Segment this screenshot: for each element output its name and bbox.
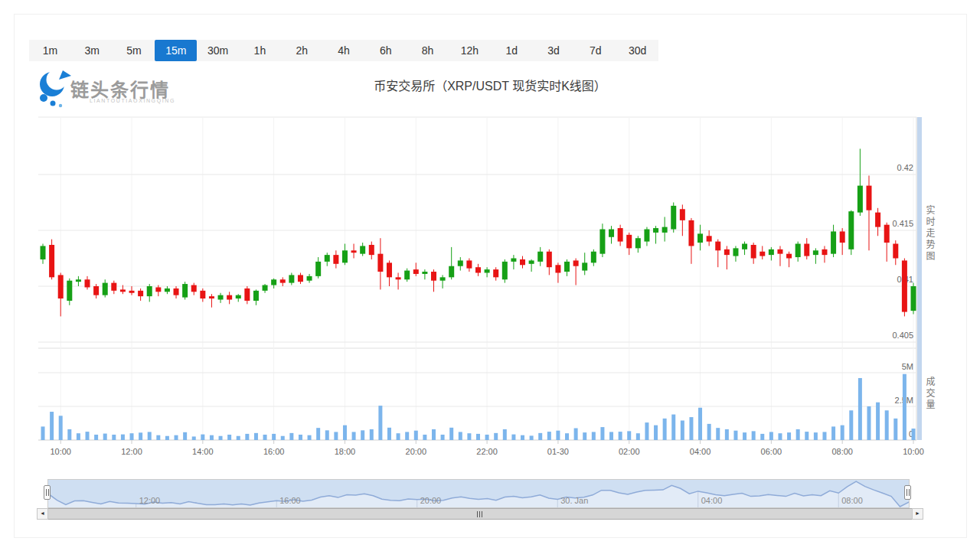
svg-text:20:00: 20:00 (420, 496, 442, 505)
plot-area: 10:0012:0014:0016:0018:0020:0022:0001-30… (38, 117, 924, 456)
kline-chart[interactable]: 10:0012:0014:0016:0018:0020:0022:0001-30… (0, 0, 980, 551)
svg-text:02:00: 02:00 (619, 447, 640, 456)
svg-text:0.415: 0.415 (892, 219, 913, 228)
svg-text:0.405: 0.405 (892, 331, 913, 340)
scrollbar-grip-icon (477, 511, 482, 517)
svg-text:12:00: 12:00 (139, 496, 161, 505)
scrollbar-right-arrow-icon[interactable]: ► (912, 508, 923, 520)
svg-text:5M: 5M (902, 362, 913, 371)
scrollbar-thumb[interactable] (47, 508, 913, 520)
navigator[interactable]: 12:0016:0020:0030. Jan04:0008:00 (47, 479, 910, 508)
svg-text:04:00: 04:00 (701, 496, 723, 505)
svg-text:04:00: 04:00 (690, 447, 711, 456)
svg-text:18:00: 18:00 (335, 447, 356, 456)
svg-text:06:00: 06:00 (761, 447, 782, 456)
svg-text:10:00: 10:00 (903, 447, 924, 456)
candlestick-series (41, 148, 916, 316)
svg-text:30. Jan: 30. Jan (560, 496, 588, 505)
scrollbar-left-arrow-icon[interactable]: ◄ (37, 508, 48, 520)
navigator-minichart: 12:0016:0020:0030. Jan04:0008:00 (48, 480, 909, 507)
volume-pane-label: 成交量 (923, 377, 936, 411)
svg-text:10:00: 10:00 (50, 447, 71, 456)
svg-text:08:00: 08:00 (831, 447, 853, 456)
navigator-left-handle[interactable] (44, 485, 51, 500)
navigator-right-handle[interactable] (904, 485, 911, 500)
svg-text:08:00: 08:00 (841, 496, 863, 505)
svg-text:16:00: 16:00 (263, 447, 285, 456)
svg-text:20:00: 20:00 (406, 447, 427, 456)
chart-right-strip (917, 117, 922, 440)
svg-text:0.42: 0.42 (897, 163, 913, 172)
volume-series (41, 374, 916, 440)
svg-text:22:00: 22:00 (476, 447, 498, 456)
price-pane-label: 实时走势图 (923, 205, 936, 262)
svg-text:14:00: 14:00 (192, 447, 214, 456)
svg-text:01-30: 01-30 (547, 447, 569, 456)
svg-text:12:00: 12:00 (121, 447, 142, 456)
svg-text:16:00: 16:00 (279, 496, 301, 505)
page: 1m3m5m15m30m1h2h4h6h8h12h1d3d7d30d 链头条行情… (0, 0, 980, 551)
